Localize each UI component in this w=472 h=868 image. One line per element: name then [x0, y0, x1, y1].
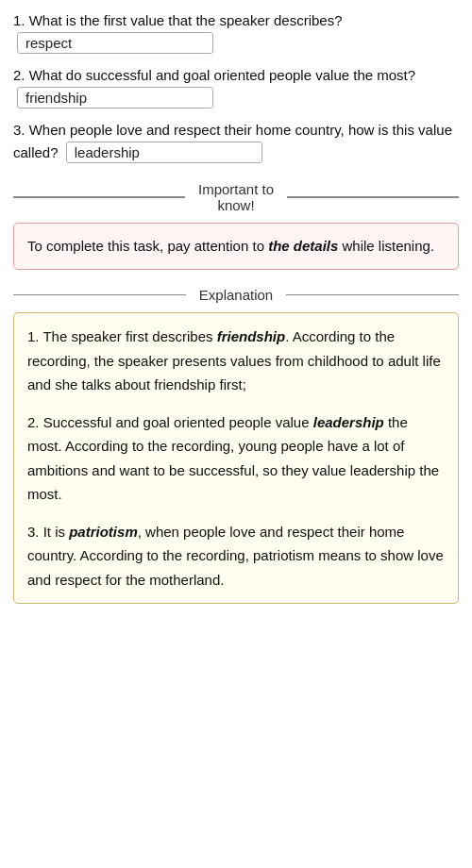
question-3-block: 3. When people love and respect their ho…: [13, 119, 459, 164]
exp1-number: 1.: [27, 328, 40, 344]
answer-1-input[interactable]: [17, 32, 213, 54]
exp2-before: Successful and goal oriented people valu…: [43, 414, 313, 430]
exp3-number: 3.: [27, 524, 40, 540]
question-2-text: 2. What do successful and goal oriented …: [13, 67, 415, 83]
important-divider-row: Important toknow!: [13, 181, 459, 213]
exp3-bold: patriotism: [69, 524, 138, 540]
exp1-before: The speaker first describes: [42, 328, 216, 344]
explanation-divider-line-left: [13, 294, 186, 296]
explanation-divider-line-right: [286, 294, 459, 296]
exp3-before: It is: [43, 524, 70, 540]
info-box-text-after: while listening.: [338, 238, 434, 254]
important-label: Important toknow!: [185, 181, 287, 213]
explanation-box: 1. The speaker first describes friendshi…: [13, 312, 459, 604]
explanation-3: 3. It is patriotism, when people love an…: [27, 520, 445, 593]
question-1-text: 1. What is the first value that the spea…: [13, 12, 343, 28]
info-box-text-before: To complete this task, pay attention to: [27, 238, 268, 254]
question-2-block: 2. What do successful and goal oriented …: [13, 64, 459, 109]
info-box-bold-text: the details: [268, 238, 338, 254]
answer-2-input[interactable]: [17, 87, 213, 108]
explanation-label: Explanation: [186, 287, 286, 303]
info-box: To complete this task, pay attention to …: [13, 223, 459, 270]
exp2-bold: leadership: [313, 414, 384, 430]
explanation-1: 1. The speaker first describes friendshi…: [27, 325, 445, 397]
divider-line-right: [287, 196, 459, 198]
exp2-number: 2.: [27, 414, 40, 430]
explanation-divider-row: Explanation: [13, 287, 459, 303]
explanation-2: 2. Successful and goal oriented people v…: [27, 410, 445, 507]
question-1-block: 1. What is the first value that the spea…: [13, 9, 459, 55]
exp1-bold: friendship: [217, 328, 286, 344]
divider-line-left: [13, 196, 185, 198]
answer-3-input[interactable]: [66, 142, 262, 163]
